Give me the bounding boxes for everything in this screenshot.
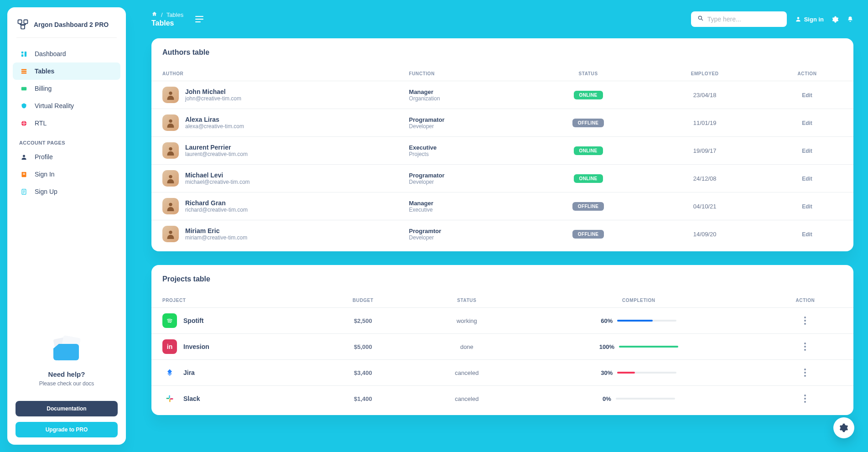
nav-label: Profile [35,153,53,161]
project-logo [162,391,177,406]
search-input[interactable] [707,16,780,23]
project-name: Slack [183,395,200,402]
menu-toggle-icon[interactable] [195,16,203,22]
upgrade-button[interactable]: Upgrade to PRO [16,422,118,437]
authors-card: Authors table AUTHORFUNCTIONSTATUSEMPLOY… [151,38,853,251]
avatar [162,87,179,103]
row-actions-icon[interactable] [768,395,842,403]
signin-link[interactable]: Sign in [795,16,824,23]
author-date: 23/04/18 [649,81,761,109]
row-actions-icon[interactable] [768,317,842,325]
col-header: FUNCTION [398,67,528,81]
brand[interactable]: Argon Dashboard 2 PRO [7,7,126,37]
author-role: Manager [409,88,517,95]
author-date: 19/09/17 [649,137,761,165]
project-status: working [413,308,520,334]
virtual-reality-icon [19,103,28,109]
svg-rect-31 [170,398,173,400]
help-illustration [16,330,118,367]
nav-label: Dashboard [35,50,66,57]
nav-item-billing[interactable]: Billing [13,80,120,97]
projects-title: Projects table [151,265,853,293]
progress-track [619,346,678,348]
completion-pct: 30% [601,369,613,376]
author-org: Projects [409,151,517,157]
col-header: STATUS [413,293,520,308]
nav-item-tables[interactable]: Tables [13,62,120,80]
edit-link[interactable]: Edit [802,176,812,182]
status-badge: ONLINE [574,174,603,183]
author-org: Organization [409,95,517,102]
completion-pct: 0% [603,395,611,402]
nav-item-virtual-reality[interactable]: Virtual Reality [13,97,120,114]
progress-bar [617,320,653,322]
nav-item-dashboard[interactable]: Dashboard [13,45,120,62]
author-email: laurent@creative-tim.com [185,151,248,157]
edit-link[interactable]: Edit [802,203,812,210]
project-budget: $3,400 [313,360,413,386]
main: / Tables Tables Sign in [137,0,868,447]
author-email: michael@creative-tim.com [185,179,250,185]
table-row: Michael Levi michael@creative-tim.com Pr… [151,165,853,192]
completion-pct: 60% [601,317,613,324]
edit-link[interactable]: Edit [802,148,812,154]
authors-table: AUTHORFUNCTIONSTATUSEMPLOYEDACTION John … [151,67,853,251]
projects-card: Projects table PROJECTBUDGETSTATUSCOMPLE… [151,265,853,415]
brand-title: Argon Dashboard 2 PRO [34,21,109,28]
divider [16,37,117,38]
table-row: Alexa Liras alexa@creative-tim.com Progr… [151,109,853,137]
row-actions-icon[interactable] [768,369,842,377]
nav-item-sign-in[interactable]: Sign In [13,166,120,183]
nav-section-label: ACCOUNT PAGES [13,132,120,148]
project-budget: $5,000 [313,334,413,360]
sign-up-icon [19,188,28,195]
settings-fab[interactable] [833,417,854,438]
nav-item-sign-up[interactable]: Sign Up [13,183,120,200]
table-row: Jira $3,400 canceled 30% [151,360,853,386]
col-header: EMPLOYED [649,67,761,81]
col-header: BUDGET [313,293,413,308]
notifications-icon[interactable] [847,16,853,22]
status-badge: ONLINE [574,146,603,155]
author-role: Manager [409,200,517,207]
sign-in-icon [19,171,28,178]
author-date: 14/09/20 [649,220,761,252]
table-row: John Michael john@creative-tim.com Manag… [151,81,853,109]
nav-label: RTL [35,119,47,127]
nav-item-rtl[interactable]: RTL [13,114,120,132]
project-logo: in [162,339,177,354]
home-icon[interactable] [151,11,157,18]
table-row: in Invesion $5,000 done 100% [151,334,853,360]
search-box[interactable] [691,11,787,27]
page-title: Tables [151,19,183,27]
billing-icon [19,85,28,92]
sidebar: Argon Dashboard 2 PRO Dashboard Tables B… [7,7,126,445]
project-status: canceled [413,386,520,416]
author-org: Developer [409,234,517,241]
nav-item-profile[interactable]: Profile [13,148,120,166]
svg-point-24 [169,175,172,178]
edit-link[interactable]: Edit [802,120,812,126]
table-row: Miriam Eric miriam@creative-tim.com Prog… [151,220,853,252]
edit-link[interactable]: Edit [802,92,812,99]
svg-rect-2 [21,25,25,29]
nav-label: Sign In [35,171,55,178]
project-budget: $1,400 [313,386,413,416]
author-role: Programtor [409,228,517,234]
table-row: Slack $1,400 canceled 0% [151,386,853,416]
project-name: Jira [183,369,195,376]
progress-track [617,372,676,374]
documentation-button[interactable]: Documentation [16,401,118,416]
settings-icon[interactable] [832,16,839,23]
edit-link[interactable]: Edit [802,231,812,238]
author-org: Developer [409,179,517,185]
status-badge: OFFLINE [572,230,604,239]
svg-rect-10 [21,88,26,89]
svg-rect-1 [24,20,27,24]
authors-title: Authors table [151,38,853,67]
breadcrumb: / Tables [151,11,183,18]
author-email: richard@creative-tim.com [185,207,248,213]
col-header: ACTION [761,67,853,81]
row-actions-icon[interactable] [768,343,842,351]
project-status: done [413,334,520,360]
